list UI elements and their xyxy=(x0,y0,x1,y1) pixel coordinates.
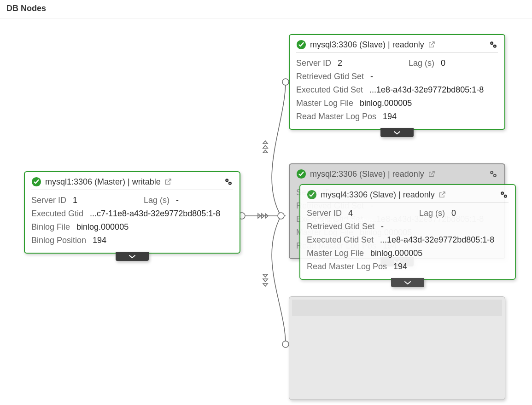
external-link-icon[interactable] xyxy=(428,41,435,48)
node-title: mysql3:3306 (Slave) | readonly xyxy=(310,40,424,50)
field-value: ...1e8-a43d-32e9772bd805:1-8 xyxy=(380,235,494,245)
field-value: binlog.000005 xyxy=(360,98,412,108)
field-value: - xyxy=(176,196,185,205)
field-label: Retrieved Gtid Set xyxy=(296,72,364,81)
panel-title: DB Nodes xyxy=(0,0,532,18)
svg-point-11 xyxy=(491,43,492,44)
field-value: 0 xyxy=(451,208,461,218)
field-label: Executed Gtid Set xyxy=(307,235,374,245)
topology-canvas: mysql1:3306 (Master) | writable Server I… xyxy=(0,20,532,405)
field-label: Read Master Log Pos xyxy=(296,112,376,122)
field-label: Server ID xyxy=(31,196,66,205)
field-label: Binlog Position xyxy=(31,236,86,245)
node-slave-mysql3[interactable]: mysql3:3306 (Slave) | readonly Server ID… xyxy=(289,34,505,130)
gear-icon[interactable] xyxy=(224,177,233,186)
field-value: 0 xyxy=(441,58,450,68)
gear-icon[interactable] xyxy=(489,40,498,49)
gear-icon[interactable] xyxy=(499,190,509,199)
field-label: Server ID xyxy=(307,208,342,218)
node-title: mysql1:3306 (Master) | writable xyxy=(45,177,161,187)
node-master[interactable]: mysql1:3306 (Master) | writable Server I… xyxy=(24,171,240,254)
field-value: - xyxy=(370,72,373,81)
svg-point-6 xyxy=(227,180,228,181)
status-ok-icon xyxy=(307,190,317,200)
svg-point-8 xyxy=(229,183,230,184)
svg-point-18 xyxy=(494,175,495,176)
field-label: Retrieved Gtid Set xyxy=(307,222,374,231)
status-ok-icon xyxy=(296,169,306,179)
status-ok-icon xyxy=(296,40,306,50)
node-title: mysql4:3306 (Slave) | readonly xyxy=(321,190,435,200)
field-label: Binlog File xyxy=(31,222,70,232)
svg-point-21 xyxy=(502,193,503,194)
field-value: ...1e8-a43d-32e9772bd805:1-8 xyxy=(369,85,484,95)
external-link-icon[interactable] xyxy=(428,170,435,178)
expand-button[interactable] xyxy=(116,252,149,261)
svg-point-16 xyxy=(491,172,492,173)
field-value: binlog.000005 xyxy=(370,249,422,258)
field-value: ...c7-11e8-a43d-32e9772bd805:1-8 xyxy=(90,209,220,219)
gear-icon[interactable] xyxy=(489,169,498,179)
expand-button[interactable] xyxy=(391,278,424,287)
field-label: Master Log File xyxy=(307,249,364,258)
field-label: Executed Gtid xyxy=(31,209,83,219)
svg-point-13 xyxy=(494,46,495,46)
external-link-icon[interactable] xyxy=(438,191,446,198)
field-value: 1 xyxy=(73,196,77,205)
field-label: Lag (s) xyxy=(409,58,434,68)
field-value: binlog.000005 xyxy=(76,222,129,232)
field-value: 2 xyxy=(338,58,342,68)
expand-button[interactable] xyxy=(380,128,414,137)
field-label: Master Log File xyxy=(296,98,353,108)
node-title: mysql2:3306 (Slave) | readonly xyxy=(310,169,424,179)
field-label: Lag (s) xyxy=(144,196,170,205)
field-label: Executed Gtid Set xyxy=(296,85,363,95)
svg-point-2 xyxy=(282,79,289,85)
field-value: 194 xyxy=(393,262,407,272)
field-value: 4 xyxy=(348,208,353,218)
node-slave-mysql4[interactable]: mysql4:3306 (Slave) | readonly Server ID… xyxy=(299,184,516,280)
field-value: 194 xyxy=(93,236,106,245)
field-value: - xyxy=(381,222,384,231)
field-label: Lag (s) xyxy=(419,208,445,218)
svg-point-1 xyxy=(278,213,284,219)
field-label: Read Master Log Pos xyxy=(307,262,387,272)
external-link-icon[interactable] xyxy=(164,178,172,185)
field-label: Server ID xyxy=(296,58,331,68)
drop-placeholder[interactable] xyxy=(289,296,505,400)
status-ok-icon xyxy=(31,177,41,187)
field-value: 194 xyxy=(383,112,397,122)
svg-point-3 xyxy=(282,341,289,347)
svg-point-23 xyxy=(505,196,506,197)
